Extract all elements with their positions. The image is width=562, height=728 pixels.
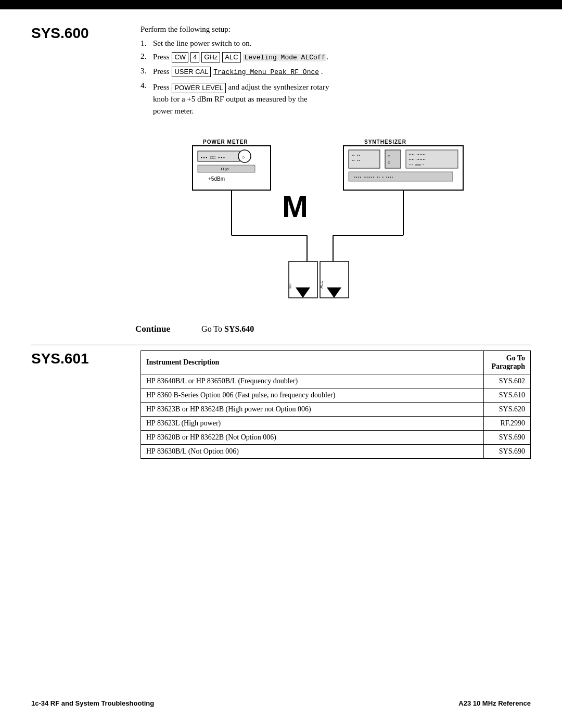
step-3-cmd-group: Tracking Menu Peak RF Once xyxy=(213,67,321,76)
svg-text:. O |o: . O |o xyxy=(219,167,229,171)
svg-text:▪▪ ▪▪: ▪▪ ▪▪ xyxy=(351,154,361,157)
instrument-table: Instrument Description Go ToParagraph HP… xyxy=(140,350,531,459)
svg-text:ALC: ALC xyxy=(319,280,324,288)
svg-text:POWER METER: POWER METER xyxy=(203,139,248,145)
section-601-right: Instrument Description Go ToParagraph HP… xyxy=(135,350,531,459)
footer-right: A23 10 MHz Reference xyxy=(458,699,531,707)
continue-line: Continue Go To SYS.640 xyxy=(135,324,531,334)
key-user-cal: USER CAL xyxy=(172,67,211,77)
row-1-desc: HP 83640B/L or HP 83650B/L (Frequency do… xyxy=(141,374,484,388)
svg-text:▪▪▪▪ ▪▪▪▪▪▪: ▪▪▪▪ ▪▪▪▪▪▪ xyxy=(408,158,426,161)
svg-text:M: M xyxy=(282,189,308,224)
row-3-desc: HP 83623B or HP 83624B (High power not O… xyxy=(141,403,484,417)
svg-text:▪▪▪▪ ▪▪▪▪▪▪ ▪▪ ▪ ▪▪▪▪: ▪▪▪▪ ▪▪▪▪▪▪ ▪▪ ▪ ▪▪▪▪ xyxy=(354,175,393,179)
svg-text:○: ○ xyxy=(242,155,245,160)
svg-text:⊙: ⊙ xyxy=(388,155,390,158)
row-2-goto: SYS.610 xyxy=(484,388,531,403)
footer-left: 1c-34 RF and System Troubleshooting xyxy=(31,699,154,707)
step-1-content: Set the line power switch to on. xyxy=(153,39,531,48)
svg-text:SYNTHESIZER: SYNTHESIZER xyxy=(364,139,406,145)
section-601-left: SYS.601 xyxy=(31,350,135,459)
row-2-desc: HP 8360 B-Series Option 006 (Fast pulse,… xyxy=(141,388,484,403)
step-1: 1. Set the line power switch to on. xyxy=(140,39,531,48)
key-power-level: POWER LEVEL xyxy=(172,83,225,93)
step-2-content: Press CW 4 GHz ALC Leveling Mode ALCoff. xyxy=(153,52,531,62)
key-cw: CW xyxy=(172,52,188,62)
step-2-cmd: Leveling Mode ALCoff xyxy=(243,54,326,61)
key-alc: ALC xyxy=(222,52,240,62)
svg-text:▪▪▪ □□ ▪▪▪: ▪▪▪ □□ ▪▪▪ xyxy=(200,155,225,160)
step-4-num: 4. xyxy=(140,81,150,90)
goto-ref: SYS.640 xyxy=(224,324,254,333)
row-6-goto: SYS.690 xyxy=(484,445,531,459)
section-601: SYS.601 Instrument Description Go ToPara… xyxy=(31,350,531,459)
table-row: HP 83623B or HP 83624B (High power not O… xyxy=(141,403,531,417)
step-3-content: Press USER CAL Tracking Menu Peak RF Onc… xyxy=(153,67,531,77)
step-1-num: 1. xyxy=(140,39,150,48)
row-5-desc: HP 83620B or HP 83622B (Not Option 006) xyxy=(141,431,484,445)
step-4-content: Press POWER LEVEL and adjust the synthes… xyxy=(153,81,531,117)
step-3-num: 3. xyxy=(140,67,150,76)
row-6-desc: HP 83630B/L (Not Option 006) xyxy=(141,445,484,459)
goto-text: Go To SYS.640 xyxy=(201,324,254,334)
goto-label: Go To xyxy=(201,324,222,333)
row-3-goto: SYS.620 xyxy=(484,403,531,417)
content: SYS.600 Perform the following setup: 1. … xyxy=(0,9,562,474)
table-header: Instrument Description Go ToParagraph xyxy=(141,351,531,374)
diagram-area: POWER METER ▪▪▪ □□ ▪▪▪ ○ . O |o +5dBm SY… xyxy=(135,136,531,313)
key-ghz: GHz xyxy=(201,52,220,62)
svg-text:RF: RF xyxy=(288,283,292,288)
step-2-num: 2. xyxy=(140,52,150,61)
svg-rect-14 xyxy=(385,150,401,168)
section-600-left: SYS.600 xyxy=(31,25,135,121)
intro-text: Perform the following setup: xyxy=(140,25,531,34)
table-row: HP 83640B/L or HP 83650B/L (Frequency do… xyxy=(141,374,531,388)
row-4-goto: RF.2990 xyxy=(484,417,531,431)
table-header-row: Instrument Description Go ToParagraph xyxy=(141,351,531,374)
section-600-title: SYS.600 xyxy=(31,25,135,42)
col-desc-header: Instrument Description xyxy=(141,351,484,374)
table-row: HP 8360 B-Series Option 006 (Fast pulse,… xyxy=(141,388,531,403)
step-4: 4. Press POWER LEVEL and adjust the synt… xyxy=(140,81,531,117)
row-5-goto: SYS.690 xyxy=(484,431,531,445)
step-2: 2. Press CW 4 GHz ALC Leveling Mode ALCo… xyxy=(140,52,531,62)
footer: 1c-34 RF and System Troubleshooting A23 … xyxy=(31,699,531,707)
section-divider xyxy=(31,345,531,345)
table-row: HP 83630B/L (Not Option 006) SYS.690 xyxy=(141,445,531,459)
table-row: HP 83623L (High power) RF.2990 xyxy=(141,417,531,431)
step-3-cmd: Tracking Menu Peak RF Once xyxy=(213,68,319,76)
row-1-goto: SYS.602 xyxy=(484,374,531,388)
steps-list: 1. Set the line power switch to on. 2. P… xyxy=(140,39,531,117)
svg-text:▪▪▪▪ ▪▪▪▪▪▪: ▪▪▪▪ ▪▪▪▪▪▪ xyxy=(408,153,426,156)
section-600: SYS.600 Perform the following setup: 1. … xyxy=(31,25,531,121)
key-4: 4 xyxy=(190,52,199,62)
section-600-right: Perform the following setup: 1. Set the … xyxy=(135,25,531,121)
svg-text:▪▪▪ oooo ═: ▪▪▪ oooo ═ xyxy=(408,164,425,167)
table-row: HP 83620B or HP 83622B (Not Option 006) … xyxy=(141,431,531,445)
continue-label: Continue xyxy=(135,324,170,334)
section-601-title: SYS.601 xyxy=(31,350,135,367)
top-bar xyxy=(0,0,562,9)
svg-text:⊙: ⊙ xyxy=(388,161,390,164)
step-3: 3. Press USER CAL Tracking Menu Peak RF … xyxy=(140,67,531,77)
row-4-desc: HP 83623L (High power) xyxy=(141,417,484,431)
svg-text:+5dBm: +5dBm xyxy=(208,176,225,182)
col-goto-header: Go ToParagraph xyxy=(484,351,531,374)
page: SYS.600 Perform the following setup: 1. … xyxy=(0,0,562,728)
step-2-keys: CW 4 GHz ALC xyxy=(171,52,241,62)
svg-text:▪▪ ▪▪: ▪▪ ▪▪ xyxy=(351,159,361,162)
diagram-svg: POWER METER ▪▪▪ □□ ▪▪▪ ○ . O |o +5dBm SY… xyxy=(187,136,479,313)
table-body: HP 83640B/L or HP 83650B/L (Frequency do… xyxy=(141,374,531,459)
